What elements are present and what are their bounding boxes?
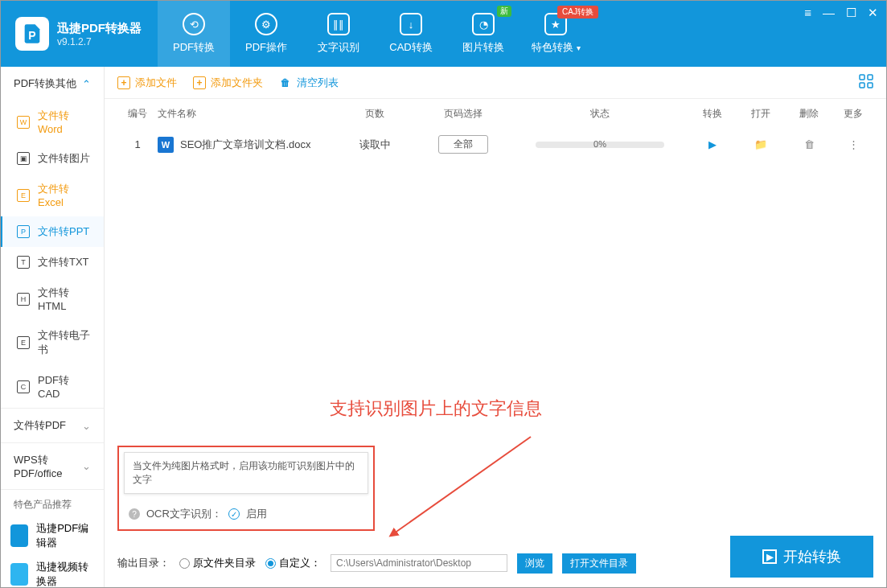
image-file-icon: ▣ [17, 152, 30, 165]
ocr-panel: 当文件为纯图片格式时，启用该功能可识别图片中的文字 ? OCR文字识别： ✓ 启… [117, 446, 375, 531]
chevron-up-icon: ⌃ [82, 78, 91, 90]
svg-rect-2 [868, 75, 873, 80]
logo-area: P 迅捷PDF转换器 v9.1.2.7 [1, 17, 158, 51]
ebook-icon: E [17, 336, 30, 349]
sidebar-item-to-ppt[interactable]: P文件转PPT [1, 216, 104, 247]
ocr-enable-label: 启用 [246, 507, 267, 521]
cad-icon: ↓ [400, 13, 422, 35]
minimize-icon[interactable]: — [823, 6, 835, 20]
close-icon[interactable]: ✕ [868, 6, 878, 20]
tab-label: PDF转换 [173, 40, 215, 55]
excel-icon: E [17, 189, 30, 202]
tab-pdf-convert[interactable]: ⟲ PDF转换 [158, 1, 230, 67]
ocr-tooltip: 当文件为纯图片格式时，启用该功能可识别图片中的文字 [124, 452, 368, 494]
convert-button[interactable]: ▶ [688, 138, 737, 150]
ocr-enable-checkbox[interactable]: ✓ [228, 508, 240, 520]
clear-list-button[interactable]: 🗑清空列表 [279, 76, 339, 90]
tab-pdf-operate[interactable]: ⚙ PDF操作 [230, 1, 302, 67]
help-icon[interactable]: ? [129, 508, 140, 520]
bars-icon: ∥∥ [327, 13, 350, 35]
sidebar-item-pdf-to-cad[interactable]: CPDF转CAD [1, 365, 104, 408]
sidebar-item-label: 文件转图片 [38, 151, 90, 166]
main-tabs: ⟲ PDF转换 ⚙ PDF操作 ∥∥ 文字识别 ↓ CAD转换 新 ◔ 图片转换… [158, 1, 592, 67]
txt-icon: T [17, 256, 30, 269]
sidebar-item-label: 文件转Word [38, 109, 91, 135]
recommend-video-converter[interactable]: 迅捷视频转换器 [1, 555, 104, 588]
menu-icon[interactable]: ≡ [804, 6, 811, 20]
sidebar-item-to-word[interactable]: W文件转Word [1, 101, 104, 143]
radio-icon [179, 558, 190, 569]
new-badge: 新 [497, 6, 511, 17]
delete-button[interactable]: 🗑 [785, 138, 833, 150]
open-button[interactable]: 📁 [737, 138, 785, 150]
window-controls: ≡ — ☐ ✕ [804, 6, 878, 20]
pdf-editor-icon [10, 524, 28, 547]
folder-plus-icon: + [193, 76, 206, 89]
sidebar-item-label: 文件转PPT [38, 224, 89, 239]
row-status: 0% [511, 142, 688, 148]
section-title: 文件转PDF [14, 418, 66, 433]
radio-custom-folder[interactable]: 自定义： [265, 556, 321, 570]
row-name: WSEO推广文章培训文档.docx [158, 137, 335, 153]
recommend-label: 迅捷PDF编辑器 [36, 521, 94, 550]
ppt-icon: P [17, 225, 30, 238]
col-convert: 转换 [688, 107, 737, 121]
play-icon: ▸ [762, 549, 777, 564]
row-page-select: 全部 [415, 135, 511, 154]
app-version: v9.1.2.7 [57, 36, 142, 47]
grid-view-icon[interactable] [859, 74, 873, 91]
output-path-input[interactable] [331, 554, 507, 572]
sidebar-section-wps-to-pdf[interactable]: WPS转PDF/office ⌄ [1, 443, 104, 489]
app-logo-icon: P [15, 17, 49, 51]
sidebar-item-to-ebook[interactable]: E文件转电子书 [1, 320, 104, 365]
col-status: 状态 [511, 107, 688, 121]
svg-rect-4 [868, 83, 873, 88]
add-file-button[interactable]: +添加文件 [117, 76, 177, 90]
caj-badge: CAJ转换 [557, 6, 598, 19]
video-converter-icon [10, 563, 28, 586]
title-bar: P 迅捷PDF转换器 v9.1.2.7 ⟲ PDF转换 ⚙ PDF操作 ∥∥ 文… [1, 1, 886, 67]
svg-line-6 [394, 437, 531, 533]
more-button[interactable]: ⋮ [833, 138, 873, 150]
table-row: 1 WSEO推广文章培训文档.docx 读取中 全部 0% ▶ 📁 🗑 ⋮ [105, 129, 886, 160]
sidebar-item-to-txt[interactable]: T文件转TXT [1, 247, 104, 278]
start-convert-button[interactable]: ▸ 开始转换 [730, 536, 873, 578]
progress-bar: 0% [536, 142, 664, 148]
chevron-down-icon: ▾ [577, 43, 581, 52]
col-num: 编号 [117, 107, 158, 121]
sidebar-item-label: PDF转CAD [38, 373, 91, 400]
tab-image-convert[interactable]: 新 ◔ 图片转换 [447, 1, 519, 67]
sidebar-section-file-to-pdf[interactable]: 文件转PDF ⌄ [1, 409, 104, 442]
page-select-button[interactable]: 全部 [438, 135, 488, 154]
sidebar-item-to-excel[interactable]: E文件转Excel [1, 174, 104, 216]
col-more: 更多 [833, 107, 873, 121]
radio-original-folder[interactable]: 原文件夹目录 [179, 556, 256, 570]
add-folder-button[interactable]: +添加文件夹 [193, 76, 263, 90]
table-header: 编号 文件名称 页数 页码选择 状态 转换 打开 删除 更多 [105, 99, 886, 129]
recommend-label: 迅捷视频转换器 [36, 560, 94, 588]
tab-cad-convert[interactable]: ↓ CAD转换 [375, 1, 447, 67]
browse-button[interactable]: 浏览 [517, 553, 552, 574]
col-name: 文件名称 [158, 107, 335, 121]
col-pageselect: 页码选择 [415, 107, 511, 121]
app-title: 迅捷PDF转换器 [57, 20, 142, 36]
convert-icon: ⟲ [183, 13, 205, 35]
col-open: 打开 [737, 107, 785, 121]
tab-text-recognize[interactable]: ∥∥ 文字识别 [302, 1, 375, 67]
annotation-arrow [386, 429, 547, 549]
svg-rect-3 [860, 83, 864, 88]
maximize-icon[interactable]: ☐ [846, 6, 856, 20]
tab-special-convert[interactable]: CAJ转换 ★ 特色转换▾ [519, 1, 592, 67]
recommend-pdf-editor[interactable]: 迅捷PDF编辑器 [1, 516, 104, 555]
sidebar-item-to-image[interactable]: ▣文件转图片 [1, 143, 104, 174]
toolbar: +添加文件 +添加文件夹 🗑清空列表 [105, 67, 886, 99]
sidebar-section-pdf-to-other[interactable]: PDF转换其他 ⌃ [1, 67, 104, 101]
sidebar-item-label: 文件转电子书 [38, 328, 91, 357]
svg-rect-1 [860, 75, 864, 80]
tab-label: CAD转换 [389, 40, 432, 55]
open-folder-button[interactable]: 打开文件目录 [562, 553, 636, 574]
content-area: +添加文件 +添加文件夹 🗑清空列表 编号 文件名称 页数 页码选择 状态 转换… [105, 67, 886, 587]
col-pages: 页数 [335, 107, 415, 121]
sidebar-item-label: 文件转TXT [38, 255, 89, 269]
sidebar-item-to-html[interactable]: H文件转HTML [1, 278, 104, 320]
